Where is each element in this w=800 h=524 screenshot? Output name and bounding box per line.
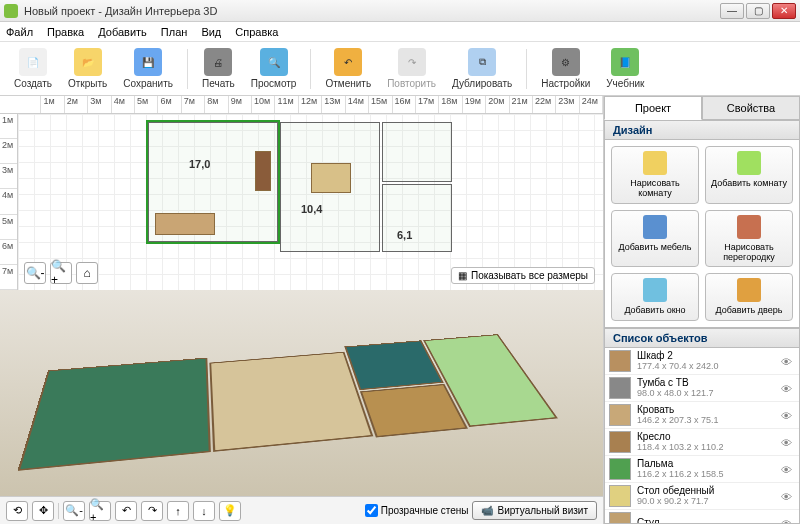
list-item[interactable]: Тумба с ТВ98.0 x 48.0 x 121.7👁: [605, 375, 799, 402]
menu-bar: Файл Правка Добавить План Вид Справка: [0, 22, 800, 42]
room3d-1[interactable]: [17, 358, 210, 471]
window-title: Новый проект - Дизайн Интерьера 3D: [24, 5, 720, 17]
add-window-button[interactable]: Добавить окно: [611, 273, 699, 320]
list-item[interactable]: Шкаф 2177.4 x 70.4 x 242.0👁: [605, 348, 799, 375]
zoom-out-3d-button[interactable]: 🔍-: [63, 501, 85, 521]
undo-icon: ↶: [334, 48, 362, 76]
menu-help[interactable]: Справка: [235, 26, 278, 38]
object-thumbnail: [609, 377, 631, 399]
room-3[interactable]: 6,1: [382, 184, 452, 252]
furniture-sofa[interactable]: [155, 213, 215, 235]
home-view-button[interactable]: ⌂: [76, 262, 98, 284]
add-furniture-button[interactable]: Добавить мебель: [611, 210, 699, 268]
toolbar-duplicate-button[interactable]: ⧉Дублировать: [446, 46, 518, 91]
floor-plan-grid[interactable]: 17,0 10,4 6,1 🔍- 🔍+ ⌂ ▦: [18, 114, 603, 290]
toolbar-print-button[interactable]: 🖨Печать: [196, 46, 241, 91]
zoom-in-button[interactable]: 🔍+: [50, 262, 72, 284]
toolbar-undo-button[interactable]: ↶Отменить: [319, 46, 377, 91]
rotate-left-button[interactable]: ↶: [115, 501, 137, 521]
object-thumbnail: [609, 458, 631, 480]
tutorial-icon: 📘: [611, 48, 639, 76]
tab-properties[interactable]: Свойства: [702, 96, 800, 120]
visibility-icon[interactable]: 👁: [781, 518, 795, 524]
rotate-right-button[interactable]: ↷: [141, 501, 163, 521]
object-thumbnail: [609, 485, 631, 507]
toolbar-create-button[interactable]: 📄Создать: [8, 46, 58, 91]
furniture-bed[interactable]: [311, 163, 351, 193]
object-name: Кровать: [637, 404, 781, 416]
view3d-toolbar: ⟲ ✥ 🔍- 🔍+ ↶ ↷ ↑ ↓ 💡 Прозрачные стены 📹 В…: [0, 496, 603, 524]
room-2[interactable]: 10,4: [280, 122, 380, 252]
menu-view[interactable]: Вид: [201, 26, 221, 38]
tilt-down-button[interactable]: ↓: [193, 501, 215, 521]
floor-3d-model[interactable]: [7, 333, 592, 505]
sidebar-tabs: Проект Свойства: [604, 96, 800, 120]
object-thumbnail: [609, 350, 631, 372]
list-item[interactable]: Кровать146.2 x 207.3 x 75.1👁: [605, 402, 799, 429]
furniture-wardrobe[interactable]: [255, 151, 271, 191]
orbit-button[interactable]: ⟲: [6, 501, 28, 521]
tab-project[interactable]: Проект: [604, 96, 702, 120]
list-item[interactable]: Стул👁: [605, 510, 799, 524]
draw-partition-button[interactable]: Нарисовать перегородку: [705, 210, 793, 268]
sidebar: Проект Свойства Дизайн Нарисовать комнат…: [604, 96, 800, 524]
object-name: Пальма: [637, 458, 781, 470]
object-thumbnail: [609, 512, 631, 524]
list-item[interactable]: Пальма116.2 x 116.2 x 158.5👁: [605, 456, 799, 483]
canvas-area: 1м2м3м4м5м6м7м8м9м10м11м12м13м14м15м16м1…: [0, 96, 604, 524]
add-door-button[interactable]: Добавить дверь: [705, 273, 793, 320]
menu-edit[interactable]: Правка: [47, 26, 84, 38]
room-3a[interactable]: [382, 122, 452, 182]
toolbar-tutorial-button[interactable]: 📘Учебник: [600, 46, 650, 91]
draw-room-button[interactable]: Нарисовать комнату: [611, 146, 699, 204]
title-bar: Новый проект - Дизайн Интерьера 3D — ▢ ✕: [0, 0, 800, 22]
toolbar-save-button[interactable]: 💾Сохранить: [117, 46, 179, 91]
plan-2d[interactable]: 1м2м3м4м5м6м7м 17,0 10,4 6,1 🔍- 🔍+: [0, 114, 603, 290]
light-button[interactable]: 💡: [219, 501, 241, 521]
visibility-icon[interactable]: 👁: [781, 356, 795, 366]
room3d-2[interactable]: [209, 352, 373, 452]
object-dimensions: 98.0 x 48.0 x 121.7: [637, 388, 781, 398]
object-list[interactable]: Шкаф 2177.4 x 70.4 x 242.0👁Тумба с ТВ98.…: [604, 348, 800, 524]
menu-file[interactable]: Файл: [6, 26, 33, 38]
transparent-walls-checkbox[interactable]: Прозрачные стены: [365, 504, 469, 517]
visibility-icon[interactable]: 👁: [781, 491, 795, 501]
virtual-visit-button[interactable]: 📹 Виртуальный визит: [472, 501, 597, 520]
show-all-dimensions-toggle[interactable]: ▦ Показывать все размеры: [451, 267, 595, 284]
tilt-up-button[interactable]: ↑: [167, 501, 189, 521]
visibility-icon[interactable]: 👁: [781, 410, 795, 420]
zoom-in-3d-button[interactable]: 🔍+: [89, 501, 111, 521]
close-button[interactable]: ✕: [772, 3, 796, 19]
ruler-vertical: 1м2м3м4м5м6м7м: [0, 114, 18, 290]
object-name: Шкаф 2: [637, 350, 781, 362]
visibility-icon[interactable]: 👁: [781, 437, 795, 447]
camera-icon: 📹: [481, 505, 493, 516]
add-window-icon: [643, 278, 667, 302]
menu-add[interactable]: Добавить: [98, 26, 147, 38]
zoom-out-button[interactable]: 🔍-: [24, 262, 46, 284]
visibility-icon[interactable]: 👁: [781, 464, 795, 474]
add-room-icon: [737, 151, 761, 175]
app-icon: [4, 4, 18, 18]
object-thumbnail: [609, 404, 631, 426]
toolbar-open-button[interactable]: 📂Открыть: [62, 46, 113, 91]
list-item[interactable]: Стол обеденный90.0 x 90.2 x 71.7👁: [605, 483, 799, 510]
toolbar-redo-button[interactable]: ↷Повторить: [381, 46, 442, 91]
view-3d[interactable]: ⟲ ✥ 🔍- 🔍+ ↶ ↷ ↑ ↓ 💡 Прозрачные стены 📹 В…: [0, 290, 603, 524]
menu-plan[interactable]: План: [161, 26, 188, 38]
toolbar-settings-button[interactable]: ⚙Настройки: [535, 46, 596, 91]
pan-button[interactable]: ✥: [32, 501, 54, 521]
section-objects-header: Список объектов: [604, 328, 800, 348]
visibility-icon[interactable]: 👁: [781, 383, 795, 393]
add-room-button[interactable]: Добавить комнату: [705, 146, 793, 204]
design-tools-grid: Нарисовать комнатуДобавить комнатуДобави…: [604, 140, 800, 328]
toolbar-preview-button[interactable]: 🔍Просмотр: [245, 46, 303, 91]
maximize-button[interactable]: ▢: [746, 3, 770, 19]
object-thumbnail: [609, 431, 631, 453]
room-1[interactable]: 17,0: [148, 122, 278, 242]
ruler-horizontal: 1м2м3м4м5м6м7м8м9м10м11м12м13м14м15м16м1…: [0, 96, 603, 114]
minimize-button[interactable]: —: [720, 3, 744, 19]
preview-icon: 🔍: [260, 48, 288, 76]
room-1-area: 17,0: [189, 158, 210, 170]
list-item[interactable]: Кресло118.4 x 103.2 x 110.2👁: [605, 429, 799, 456]
